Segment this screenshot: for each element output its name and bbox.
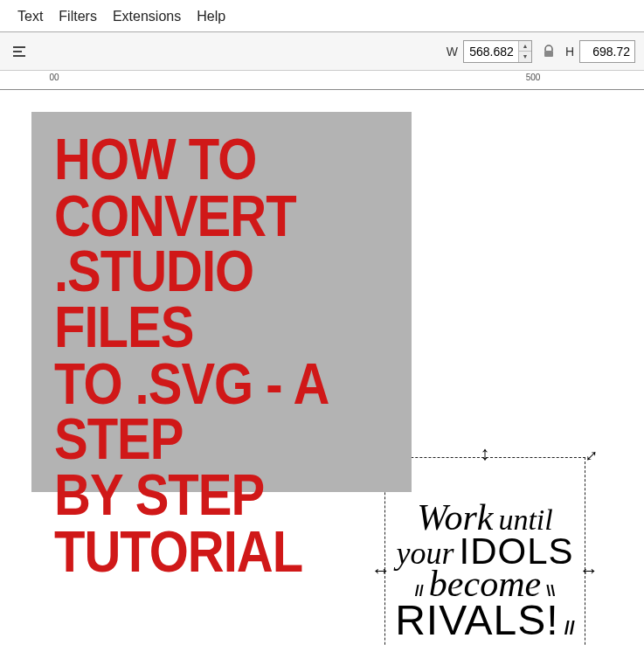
ruler-mark: 00 [49, 73, 59, 82]
accent-icon: // [564, 617, 575, 640]
svg-rect-1 [13, 51, 22, 52]
height-spinner[interactable] [579, 40, 635, 63]
height-group: H [565, 40, 635, 63]
overlay-line: HOW TO CONVERT [54, 131, 389, 243]
overlay-line: BY STEP TUTORIAL [54, 467, 389, 579]
lock-aspect-icon[interactable] [539, 42, 558, 61]
menu-bar: Text Filters Extensions Help [0, 0, 644, 32]
resize-handle-e[interactable]: ↔ [579, 561, 599, 580]
canvas[interactable]: HOW TO CONVERT .STUDIO FILES TO .SVG - A… [0, 90, 644, 632]
svg-rect-3 [544, 51, 553, 57]
resize-handle-n[interactable]: ↕ [481, 444, 490, 463]
align-icon[interactable] [9, 41, 30, 62]
overlay-line: TO .SVG - A STEP [54, 355, 389, 467]
width-down[interactable]: ▼ [519, 52, 531, 62]
quote-artwork[interactable]: Work until your IDOLS // become \\ RIVAL… [396, 468, 574, 645]
height-input[interactable] [580, 42, 634, 61]
tutorial-overlay: HOW TO CONVERT .STUDIO FILES TO .SVG - A… [31, 112, 412, 492]
menu-help[interactable]: Help [197, 9, 225, 24]
svg-rect-2 [13, 55, 25, 57]
width-label: W [447, 45, 458, 59]
resize-handle-ne[interactable]: ↕ [582, 445, 602, 465]
menu-text[interactable]: Text [17, 9, 43, 24]
height-label: H [565, 45, 574, 59]
toolbar: W ▲ ▼ H [0, 32, 644, 71]
quote-text: RIVALS! [395, 601, 559, 639]
menu-filters[interactable]: Filters [59, 9, 97, 24]
width-up[interactable]: ▲ [519, 41, 531, 52]
width-input[interactable] [464, 42, 518, 61]
overlay-line: .STUDIO FILES [54, 243, 389, 355]
selection-bounding-box[interactable]: ↕ ↕ ↕ ↔ ↔ ↕ ↕ ↕ Work until your IDOLS //… [384, 457, 585, 645]
width-group: W ▲ ▼ [447, 40, 532, 63]
ruler-mark: 500 [526, 73, 541, 82]
svg-rect-0 [13, 46, 25, 48]
overlay-title: HOW TO CONVERT .STUDIO FILES TO .SVG - A… [54, 131, 389, 579]
horizontal-ruler: 00 500 [0, 71, 644, 90]
menu-extensions[interactable]: Extensions [113, 9, 181, 24]
width-spinner[interactable]: ▲ ▼ [463, 40, 532, 63]
